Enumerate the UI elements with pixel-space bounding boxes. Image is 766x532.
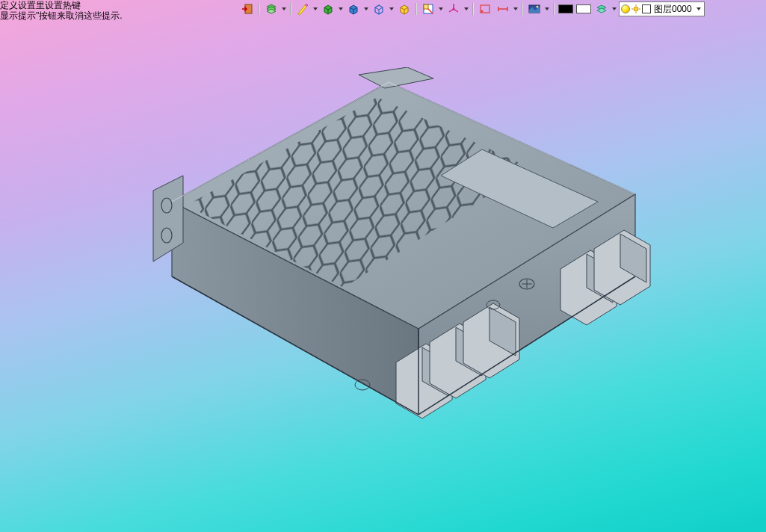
svg-point-5 [481,10,484,13]
section-icon[interactable] [420,2,436,16]
black-swatch[interactable] [557,2,574,16]
box-outline-icon[interactable] [371,2,387,16]
box-green-dropdown[interactable] [338,2,344,16]
layer-dropdown-arrow[interactable] [695,7,702,10]
layer-toggle-icon[interactable] [593,2,610,16]
toolbar-separator [472,3,474,15]
axis-dropdown[interactable] [463,2,469,16]
main-toolbar: 图层0000 [239,1,705,16]
toolbar-separator [553,3,555,15]
layers-stack-dropdown[interactable] [281,2,287,16]
box-blue-dropdown[interactable] [363,2,369,16]
box-green-icon[interactable] [320,2,336,16]
svg-rect-2 [424,4,428,9]
svg-point-7 [537,6,539,8]
sun-icon [631,4,640,13]
layer-selector[interactable]: 图层0000 [619,1,705,16]
section-dropdown[interactable] [438,2,444,16]
viewport-3d[interactable]: 定义设置里设置热键 显示提示"按钮来取消这些提示. [0,0,766,532]
hint-line-1: 定义设置里设置热键 [0,0,123,10]
hint-line-2: 显示提示"按钮来取消这些提示. [0,10,123,21]
highlighter-dropdown[interactable] [312,2,318,16]
box-outline-dropdown[interactable] [389,2,395,16]
toolbar-separator [259,3,260,15]
bulb-icon [621,4,630,13]
render-dropdown[interactable] [544,2,550,16]
axis-icon[interactable] [445,2,462,16]
svg-point-8 [634,7,638,11]
hint-overlay: 定义设置里设置热键 显示提示"按钮来取消这些提示. [0,0,123,21]
svg-point-3 [453,8,455,10]
cad-model[interactable] [112,67,658,463]
select-rect-icon[interactable] [477,2,493,16]
measure-dropdown[interactable] [513,2,519,16]
white-swatch[interactable] [575,2,592,16]
measure-icon[interactable] [495,2,511,16]
toolbar-separator [522,3,523,15]
layers-stack-icon[interactable] [263,2,279,16]
layer-name: 图层0000 [652,3,694,16]
layer-color-swatch [642,4,651,13]
box-blue-icon[interactable] [345,2,362,16]
render-icon[interactable] [526,2,543,16]
isometric-icon[interactable] [396,2,413,16]
import-icon[interactable] [239,2,256,16]
layer-toggle-dropdown[interactable] [611,2,617,16]
toolbar-separator [290,3,291,15]
toolbar-separator [416,3,417,15]
highlighter-icon[interactable] [294,2,311,16]
